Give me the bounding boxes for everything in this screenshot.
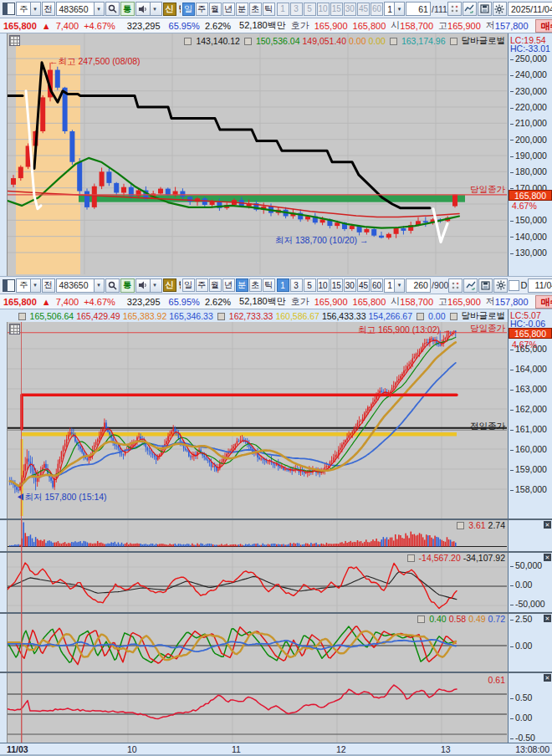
tab-초[interactable]: 초: [249, 278, 262, 292]
legend-checkbox-icon[interactable]: [417, 616, 425, 623]
stock-code-combo[interactable]: 483650▾: [56, 278, 105, 293]
legend-checkbox-icon[interactable]: [244, 38, 252, 45]
hoga-label: 호가: [291, 19, 309, 32]
panel-close-icon[interactable]: [544, 554, 551, 561]
tab-틱[interactable]: 틱: [263, 278, 275, 292]
volume-bars-chart[interactable]: [8, 520, 507, 551]
interval-30[interactable]: 30: [344, 278, 356, 292]
volume: 323,295: [127, 21, 161, 31]
legend-checkbox-icon[interactable]: [390, 38, 397, 45]
ratio-panel-legend: 0.61: [486, 675, 505, 685]
interval-5[interactable]: 5: [304, 278, 316, 292]
panel-close-icon[interactable]: [544, 615, 551, 622]
date-input[interactable]: 11/04: [528, 278, 552, 293]
chart-grid-icon[interactable]: [9, 324, 20, 335]
legend-checkbox-icon[interactable]: [217, 313, 225, 320]
visible-count-input[interactable]: 260: [406, 278, 431, 293]
tab-초[interactable]: 초: [249, 3, 262, 16]
jeon-button[interactable]: 전: [42, 2, 55, 16]
search-icon[interactable]: [105, 2, 120, 16]
tab-년[interactable]: 년: [222, 278, 235, 292]
draw-tool-icon[interactable]: [463, 2, 477, 16]
jeon-button[interactable]: 전: [42, 278, 55, 293]
daily-candle-chart[interactable]: [8, 33, 507, 274]
tab-월[interactable]: 월: [209, 278, 222, 292]
d-checkbox[interactable]: [509, 280, 519, 291]
window-layout-icon[interactable]: [3, 279, 15, 292]
ratio-panel-plot[interactable]: [7, 673, 508, 743]
legend-checkbox-icon[interactable]: [450, 38, 457, 45]
visible-count-input[interactable]: 61: [406, 2, 431, 16]
interval-5[interactable]: 5: [304, 3, 316, 16]
interval-45[interactable]: 45: [357, 3, 370, 16]
tong-button[interactable]: 통: [120, 2, 135, 16]
tab-주[interactable]: 주: [196, 3, 208, 16]
interval-15[interactable]: 15: [330, 278, 343, 292]
tab-월[interactable]: 월: [209, 3, 222, 16]
tong-button[interactable]: 통: [120, 278, 135, 293]
save-icon[interactable]: [478, 278, 493, 293]
tab-년[interactable]: 년: [222, 3, 235, 16]
tab-분[interactable]: 분: [236, 3, 248, 16]
interval-3[interactable]: 3: [290, 3, 303, 16]
minute-y-axis[interactable]: LC:5.07 HC:-0.06 165,800 4.67% 165,00016…: [508, 309, 552, 743]
interval-1[interactable]: 1: [277, 278, 289, 292]
legend-checkbox-icon[interactable]: [450, 313, 457, 320]
y-axis-tick: 220,000: [510, 102, 547, 112]
draw-tool-icon[interactable]: [463, 278, 478, 293]
stock-code-combo[interactable]: 483650▾: [56, 2, 105, 16]
legend-checkbox-icon[interactable]: [417, 313, 424, 320]
daily-chart-plot[interactable]: ←최고 247,500 (08/08) 최저 138,700 (10/20) →…: [7, 33, 508, 276]
panel-close-icon[interactable]: [544, 521, 551, 529]
tab-틱[interactable]: 틱: [263, 3, 275, 16]
settings-gear-icon[interactable]: [493, 278, 508, 293]
interval-60[interactable]: 60: [371, 278, 383, 292]
tab-주[interactable]: 주: [196, 278, 208, 292]
interval-10[interactable]: 10: [317, 278, 330, 292]
tab-일[interactable]: 일: [182, 3, 195, 16]
open-price: 158,700: [400, 297, 433, 307]
legend-checkbox-icon[interactable]: [457, 522, 464, 529]
tab-일[interactable]: 일: [182, 278, 195, 292]
window-layout-icon[interactable]: [3, 3, 15, 15]
legend-value: 2.74: [488, 520, 505, 530]
minute-candle-chart[interactable]: [8, 322, 507, 518]
chart-grid-icon[interactable]: [9, 35, 20, 46]
buy-button[interactable]: 매수: [535, 19, 552, 33]
daily-y-axis[interactable]: LC:19.54 HC:-33.01 250,000240,000230,000…: [508, 33, 552, 276]
buy-button[interactable]: 매수: [535, 295, 552, 309]
interval-1[interactable]: 1: [277, 3, 289, 16]
legend-checkbox-icon[interactable]: [184, 38, 192, 45]
shin-badge: 신: [163, 3, 176, 16]
volume-panel-plot[interactable]: [7, 520, 508, 551]
interval-60[interactable]: 60: [371, 3, 383, 16]
period-dropdown[interactable]: 주▾: [16, 278, 41, 293]
legend-value: 165,429.49: [76, 311, 120, 321]
time-axis[interactable]: 11/031011121313:08:00: [0, 743, 552, 754]
date-input[interactable]: 2025/11/04: [508, 2, 552, 16]
compare-icon[interactable]: [448, 278, 463, 293]
speaker-icon[interactable]: ▾: [135, 2, 162, 16]
interval-15[interactable]: 15: [330, 3, 343, 16]
settings-gear-icon[interactable]: [493, 2, 507, 16]
interval-10[interactable]: 10: [317, 3, 330, 16]
speaker-icon[interactable]: ▾: [135, 278, 162, 293]
minute-chart-plot[interactable]: 최고 165,900 (13:02) → 당일종가 전일종가 ◀최저 157,8…: [7, 322, 508, 518]
y-axis-tick: 0.00: [510, 580, 532, 590]
ratio-line-chart[interactable]: [8, 673, 507, 743]
interval-3[interactable]: 3: [290, 278, 303, 292]
interval-dropdown[interactable]: 1▾: [384, 2, 405, 16]
interval-30[interactable]: 30: [344, 3, 356, 16]
legend-checkbox-icon[interactable]: [18, 313, 26, 320]
legend-checkbox-icon[interactable]: [407, 554, 415, 562]
panel-close-icon[interactable]: [544, 674, 551, 682]
interval-45[interactable]: 45: [357, 278, 370, 292]
search-icon[interactable]: [105, 278, 120, 293]
high-label: 고: [438, 19, 447, 32]
tab-분[interactable]: 분: [236, 278, 248, 292]
save-icon[interactable]: [478, 2, 492, 16]
period-dropdown[interactable]: 주▾: [16, 2, 41, 16]
interval-dropdown[interactable]: 1▾: [384, 278, 405, 293]
d-checkbox-label: D: [520, 280, 527, 290]
compare-icon[interactable]: [447, 2, 462, 16]
